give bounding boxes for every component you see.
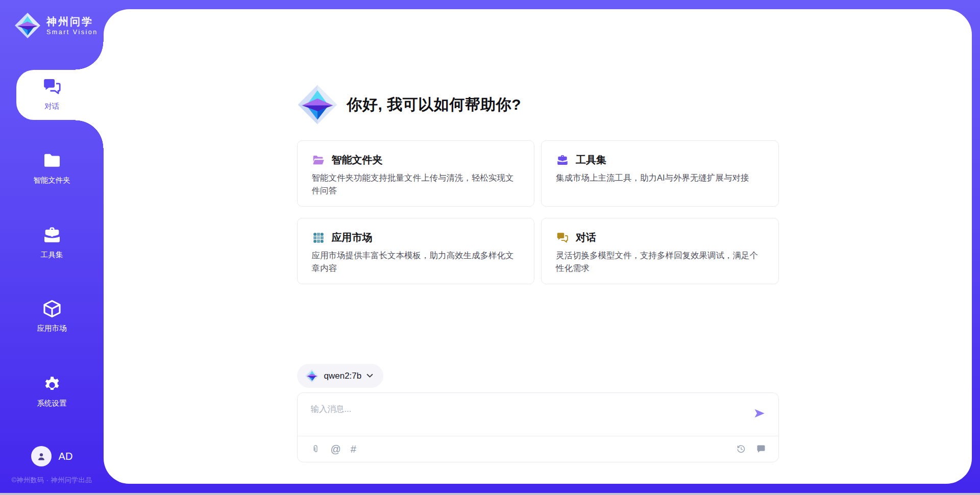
feature-card-chat[interactable]: 对话灵活切换多模型文件，支持多样回复效果调试，满足个性化需求 — [541, 218, 779, 284]
briefcase-icon — [42, 225, 62, 245]
topic-button[interactable]: # — [351, 444, 356, 454]
brand-name-en: Smart Vision — [46, 29, 98, 36]
greeting-block: 你好, 我可以如何帮助你? — [297, 84, 779, 125]
history-button[interactable] — [736, 444, 746, 454]
sidebar-item-label: 系统设置 — [0, 399, 104, 408]
model-selector[interactable]: qwen2:7b — [297, 364, 384, 388]
send-icon — [753, 407, 766, 420]
sidebar-item-chat[interactable]: 对话 — [0, 77, 104, 111]
card-description: 集成市场上主流工具，助力AI与外界无缝扩展与对接 — [556, 171, 764, 184]
sidebar-item-gear[interactable]: 系统设置 — [0, 374, 104, 408]
chat-bubble-icon — [756, 444, 766, 454]
feature-card-grid[interactable]: 应用市场应用市场提供丰富长文本模板，助力高效生成多样化文章内容 — [297, 218, 535, 284]
main-panel: 你好, 我可以如何帮助你? 智能文件夹智能文件夹功能支持批量文件上传与清洗，轻松… — [104, 9, 972, 484]
briefcase-icon — [556, 154, 569, 167]
sidebar-item-label: 工具集 — [0, 250, 104, 260]
model-name: qwen2:7b — [324, 371, 362, 381]
send-button[interactable] — [753, 407, 766, 420]
folder-open-icon — [312, 154, 325, 167]
sidebar-item-briefcase[interactable]: 工具集 — [0, 225, 104, 260]
card-description: 灵活切换多模型文件，支持多样回复效果调试，满足个性化需求 — [556, 249, 764, 275]
cube-icon — [42, 299, 62, 319]
card-title: 工具集 — [576, 153, 606, 167]
folder-icon — [42, 151, 62, 171]
paperclip-icon — [311, 444, 321, 454]
gear-icon — [42, 374, 62, 394]
feedback-button[interactable] — [756, 444, 766, 454]
message-composer: @ # — [297, 392, 779, 462]
user-initials: AD — [59, 451, 73, 462]
active-tab-fillet-bottom — [76, 120, 104, 148]
model-diamond-icon — [305, 369, 319, 383]
chevron-down-icon — [366, 374, 373, 378]
card-title: 对话 — [576, 231, 596, 244]
grid-icon — [312, 231, 325, 244]
mention-button[interactable]: @ — [331, 444, 341, 454]
user-profile[interactable]: AD — [0, 446, 104, 466]
sidebar: 神州问学 Smart Vision 对话智能文件夹工具集应用市场系统设置 AD … — [0, 0, 104, 493]
active-tab-fillet-top — [76, 42, 104, 70]
assistant-diamond-icon — [297, 84, 338, 125]
attach-button[interactable] — [311, 444, 321, 454]
window-bottom-edge — [0, 493, 980, 495]
brand-name-cn: 神州问学 — [46, 16, 98, 27]
message-input[interactable] — [311, 401, 753, 416]
sidebar-item-label: 应用市场 — [0, 324, 104, 333]
sidebar-item-label: 智能文件夹 — [0, 176, 104, 185]
card-title: 应用市场 — [332, 231, 373, 244]
brand-diamond-icon — [14, 12, 41, 39]
person-icon — [36, 451, 47, 462]
card-description: 应用市场提供丰富长文本模板，助力高效生成多样化文章内容 — [312, 249, 520, 275]
feature-card-folder-open[interactable]: 智能文件夹智能文件夹功能支持批量文件上传与清洗，轻松实现文件问答 — [297, 140, 535, 207]
copyright-text: ©神州数码 · 神州问学出品 — [0, 476, 104, 485]
sidebar-item-label: 对话 — [0, 102, 104, 111]
feature-card-briefcase[interactable]: 工具集集成市场上主流工具，助力AI与外界无缝扩展与对接 — [541, 140, 779, 207]
sidebar-item-folder[interactable]: 智能文件夹 — [0, 151, 104, 185]
card-description: 智能文件夹功能支持批量文件上传与清洗，轻松实现文件问答 — [312, 171, 520, 197]
chat-icon — [42, 77, 62, 97]
sidebar-item-cube[interactable]: 应用市场 — [0, 299, 104, 333]
chat-icon — [556, 231, 569, 244]
avatar — [31, 446, 52, 466]
brand-logo: 神州问学 Smart Vision — [14, 12, 98, 39]
card-title: 智能文件夹 — [332, 153, 383, 167]
history-icon — [736, 444, 746, 454]
greeting-text: 你好, 我可以如何帮助你? — [347, 94, 522, 115]
